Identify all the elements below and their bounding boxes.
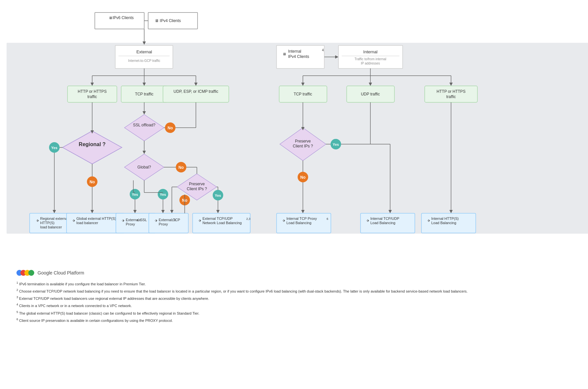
svg-text:Client IPs ?: Client IPs ? <box>293 144 313 148</box>
gcp-logo: Google Cloud Platform <box>16 270 572 276</box>
svg-text:Load Balancing: Load Balancing <box>431 221 456 225</box>
svg-text:⬗: ⬗ <box>36 219 39 222</box>
svg-text:4: 4 <box>322 48 324 52</box>
svg-text:Network Load Balancing: Network Load Balancing <box>202 221 242 225</box>
svg-rect-9 <box>115 45 173 68</box>
svg-text:Global?: Global? <box>137 165 151 169</box>
svg-text:🖥: 🖥 <box>109 16 112 20</box>
svg-text:IPv4 Clients: IPv4 Clients <box>288 54 309 59</box>
svg-text:TCP traffic: TCP traffic <box>294 92 312 96</box>
logo-circles <box>16 270 34 276</box>
svg-text:External TCP/UDP: External TCP/UDP <box>202 217 233 220</box>
footer: Google Cloud Platform 1 IPv6 termination… <box>7 263 581 331</box>
svg-rect-1 <box>95 13 144 29</box>
svg-text:⬗: ⬗ <box>72 219 75 222</box>
svg-text:2,3: 2,3 <box>246 217 251 220</box>
svg-text:Yes: Yes <box>51 146 58 150</box>
footnote-3: 3 External TCP/UDP network load balancer… <box>16 295 572 301</box>
footnote-5: 5 The global external HTTP(S) load balan… <box>16 310 572 316</box>
svg-text:traffic: traffic <box>87 94 97 99</box>
svg-text:Preserve: Preserve <box>189 182 205 186</box>
svg-text:load balancer: load balancer <box>76 221 98 225</box>
svg-text:Regional external: Regional external <box>40 217 68 220</box>
svg-text:🖥: 🖥 <box>282 52 286 56</box>
svg-text:Internal: Internal <box>288 49 301 54</box>
svg-text:IP addresses: IP addresses <box>361 62 380 65</box>
svg-text:HTTP(S): HTTP(S) <box>40 221 54 225</box>
svg-text:Internal TCP Proxy: Internal TCP Proxy <box>286 217 317 220</box>
circle-green <box>28 270 34 276</box>
svg-text:load balancer: load balancer <box>40 225 62 229</box>
svg-text:UDP, ESP, or ICMP traffic: UDP, ESP, or ICMP traffic <box>174 89 218 94</box>
svg-text:External: External <box>136 49 152 54</box>
svg-text:TCP traffic: TCP traffic <box>135 92 153 96</box>
svg-text:Yes: Yes <box>132 193 138 196</box>
flowchart-diagram: 🖥 IPv6 Clients 🖥 IPv4 Clients External I… <box>7 7 588 263</box>
svg-text:Internal HTTP(S): Internal HTTP(S) <box>431 217 459 220</box>
footnote-2: 2 Choose external TCP/UDP network load b… <box>16 288 572 294</box>
footnote-6: 6 Client source IP preservation is avail… <box>16 317 572 323</box>
svg-text:Regional ?: Regional ? <box>79 142 106 147</box>
svg-text:Load Balancing: Load Balancing <box>286 221 311 225</box>
svg-text:Internal: Internal <box>363 49 377 54</box>
svg-text:⬗: ⬗ <box>155 219 157 222</box>
svg-text:Proxy: Proxy <box>159 222 168 226</box>
page: 🖥 IPv6 Clients 🖥 IPv4 Clients External I… <box>0 0 588 338</box>
svg-text:Traffic to/from internal: Traffic to/from internal <box>355 57 387 61</box>
svg-rect-46 <box>163 86 229 102</box>
gcp-logo-text: Google Cloud Platform <box>38 270 84 275</box>
svg-text:⬗: ⬗ <box>366 219 369 222</box>
svg-text:IPv6 Clients: IPv6 Clients <box>113 15 134 20</box>
svg-text:traffic: traffic <box>446 94 456 99</box>
svg-text:⬗: ⬗ <box>427 219 430 222</box>
svg-text:External TCP: External TCP <box>159 218 180 222</box>
svg-rect-52 <box>425 86 477 102</box>
svg-text:SSL offload?: SSL offload? <box>133 123 155 127</box>
svg-text:No: No <box>300 175 306 180</box>
svg-text:Preserve: Preserve <box>295 139 311 143</box>
svg-text:🖥 IPv4 Clients: 🖥 IPv4 Clients <box>155 18 181 23</box>
svg-text:Global external HTTP(S): Global external HTTP(S) <box>76 217 116 220</box>
footnote-1: 1 IPv6 termination is available if you c… <box>16 281 572 287</box>
svg-text:Internal TCP/UDP: Internal TCP/UDP <box>370 217 399 220</box>
svg-text:HTTP or HTTPS: HTTP or HTTPS <box>78 89 107 94</box>
svg-text:No: No <box>168 126 173 130</box>
svg-rect-130 <box>149 213 188 233</box>
svg-text:⬗: ⬗ <box>199 219 201 222</box>
svg-text:⬗: ⬗ <box>122 219 124 222</box>
svg-text:Internet-to-GCP traffic: Internet-to-GCP traffic <box>128 59 160 63</box>
svg-text:Yes: Yes <box>333 143 339 146</box>
footnote-4: 4 Clients in a VPC network or in a netwo… <box>16 302 572 308</box>
svg-text:No: No <box>178 165 184 170</box>
svg-text:Yes: Yes <box>215 194 221 197</box>
svg-text:Proxy: Proxy <box>126 222 135 226</box>
svg-rect-41 <box>67 86 117 102</box>
svg-text:Load Balancing: Load Balancing <box>370 221 395 225</box>
svg-text:1,6: 1,6 <box>137 219 141 222</box>
svg-text:Client IPs ?: Client IPs ? <box>187 187 207 191</box>
footnotes: 1 IPv6 termination is available if you c… <box>16 281 572 323</box>
svg-text:6: 6 <box>327 217 328 220</box>
svg-text:No: No <box>90 180 95 184</box>
svg-text:1,6: 1,6 <box>172 219 176 222</box>
svg-text:HTTP or HTTPS: HTTP or HTTPS <box>437 89 466 94</box>
svg-text:Yes: Yes <box>160 193 166 196</box>
svg-text:⬗: ⬗ <box>282 219 285 222</box>
svg-text:UDP traffic: UDP traffic <box>361 92 380 96</box>
